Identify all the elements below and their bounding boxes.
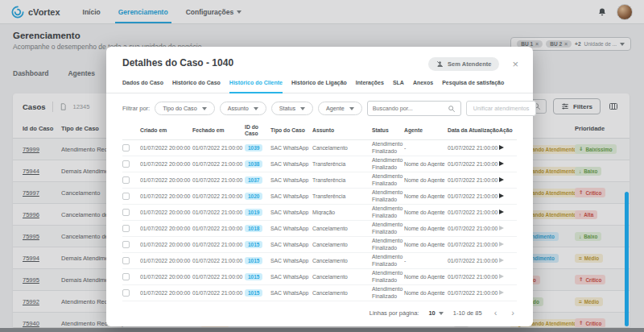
tab-anexos[interactable]: Anexos [413, 80, 433, 93]
play-action-button[interactable] [499, 274, 504, 279]
rows-per-page-label: Linhas por página: [369, 309, 419, 317]
row-checkbox[interactable] [122, 193, 130, 200]
filter-label: Filtrar por: [122, 105, 150, 112]
chevron-down-icon [254, 107, 258, 110]
screen: cVortex Início Gerenciamento Configuraçõ… [0, 0, 644, 332]
modal-header: Detalhes do Caso - 1040 Sem Atendente × [106, 47, 533, 71]
modal-search-input[interactable] [373, 105, 448, 112]
tab-historico-do-cliente[interactable]: Histórico do Cliente [229, 80, 283, 93]
client-history-row[interactable]: 01/07/2022 20:00:00 01/07/2022 21:00:00 … [122, 221, 517, 237]
modal-filter-bar: Filtrar por: Tipo do Caso Assunto Status… [106, 93, 533, 122]
tab-dados-do-caso[interactable]: Dados do Caso [122, 80, 163, 93]
row-checkbox[interactable] [122, 289, 130, 297]
modal-pagination: Linhas por página: 10 1-10 de 85 ‹ › [106, 301, 533, 323]
filter-agente[interactable]: Agente [318, 102, 362, 115]
case-id-badge[interactable]: 1039 [245, 144, 262, 151]
client-history-row[interactable]: 01/07/2022 20:00:00 01/07/2022 21:00:00 … [122, 285, 517, 301]
row-checkbox[interactable] [122, 225, 130, 232]
play-action-button[interactable] [499, 242, 504, 247]
client-history-row[interactable]: 01/07/2022 20:00:00 01/07/2022 21:00:00 … [122, 156, 517, 172]
case-id-badge[interactable]: 1019 [245, 209, 262, 216]
tab-historico-do-caso[interactable]: Histórico do Caso [172, 80, 221, 93]
modal-tabs: Dados do Caso Histórico do Caso Históric… [106, 71, 533, 93]
modal-title: Detalhes do Caso - 1040 [122, 57, 233, 68]
assignee-label: Sem Atendente [448, 60, 491, 68]
play-action-button[interactable] [499, 177, 504, 182]
search-icon [448, 105, 456, 113]
next-page-button[interactable]: › [509, 309, 517, 317]
filter-status[interactable]: Status [271, 102, 313, 115]
play-action-button[interactable] [499, 161, 504, 166]
case-id-badge[interactable]: 1015 [245, 273, 262, 280]
client-history-row[interactable]: 01/07/2022 20:00:00 01/07/2022 21:00:00 … [122, 172, 517, 189]
case-id-badge[interactable]: 1038 [245, 160, 262, 168]
row-checkbox[interactable] [122, 273, 130, 280]
rows-per-page-select[interactable]: 10 [428, 309, 443, 317]
chevron-down-icon [202, 107, 207, 110]
row-checkbox[interactable] [122, 209, 130, 216]
previous-page-button[interactable]: ‹ [492, 309, 500, 317]
pagination-range: 1-10 de 85 [453, 309, 482, 317]
tab-sla[interactable]: SLA [393, 80, 404, 93]
row-checkbox[interactable] [122, 144, 130, 151]
row-checkbox[interactable] [122, 241, 130, 248]
client-history-row[interactable]: 01/07/2022 20:00:00 01/07/2022 21:00:00 … [122, 253, 517, 269]
client-history-table: Criado em Fechado em ID do Caso Tipo do … [106, 122, 533, 301]
row-checkbox[interactable] [122, 160, 130, 168]
play-action-button[interactable] [499, 193, 504, 198]
tab-historico-de-ligacao[interactable]: Histórico de Ligação [291, 80, 347, 93]
case-id-badge[interactable]: 1037 [245, 176, 262, 184]
chevron-down-icon [300, 107, 305, 110]
unify-button[interactable]: Unificar atendimentos [466, 101, 537, 116]
client-history-row[interactable]: 01/07/2022 20:00:00 01/07/2022 21:00:00 … [122, 269, 517, 285]
tab-pesquisa-de-satisfacao[interactable]: Pesquisa de satisfação [442, 80, 504, 93]
vertical-scrollbar[interactable] [625, 192, 629, 326]
agent-off-icon [436, 60, 444, 68]
row-checkbox[interactable] [122, 176, 130, 184]
case-id-badge[interactable]: 1018 [245, 225, 262, 232]
modal-search [367, 101, 461, 116]
case-id-badge[interactable]: 1015 [245, 241, 262, 248]
case-id-badge[interactable]: 1020 [245, 193, 262, 200]
filter-assunto[interactable]: Assunto [220, 102, 266, 115]
play-action-button[interactable] [499, 226, 504, 230]
client-history-row[interactable]: 01/07/2022 20:00:00 01/07/2022 21:00:00 … [122, 237, 517, 253]
chevron-down-icon [349, 107, 354, 110]
chevron-down-icon [439, 312, 444, 315]
filter-tipo-do-caso[interactable]: Tipo do Caso [155, 102, 214, 115]
case-id-badge[interactable]: 1015 [245, 289, 262, 297]
case-details-modal: Detalhes do Caso - 1040 Sem Atendente × … [106, 47, 533, 326]
play-action-button[interactable] [499, 210, 504, 214]
client-history-row[interactable]: 01/07/2022 20:00:00 01/07/2022 21:00:00 … [122, 205, 517, 221]
assignee-button[interactable]: Sem Atendente [428, 57, 499, 71]
tab-interacoes[interactable]: Interações [356, 80, 384, 93]
client-history-row[interactable]: 01/07/2022 20:00:00 01/07/2022 21:00:00 … [122, 189, 517, 205]
client-history-row[interactable]: 01/07/2022 20:00:00 01/07/2022 21:00:00 … [122, 140, 517, 156]
play-action-button[interactable] [499, 258, 504, 263]
client-history-header: Criado em Fechado em ID do Caso Tipo do … [122, 122, 517, 140]
play-action-button[interactable] [499, 290, 504, 295]
row-checkbox[interactable] [122, 257, 130, 264]
case-id-badge[interactable]: 1015 [245, 257, 262, 264]
play-action-button[interactable] [499, 145, 504, 150]
close-icon[interactable]: × [509, 57, 522, 71]
